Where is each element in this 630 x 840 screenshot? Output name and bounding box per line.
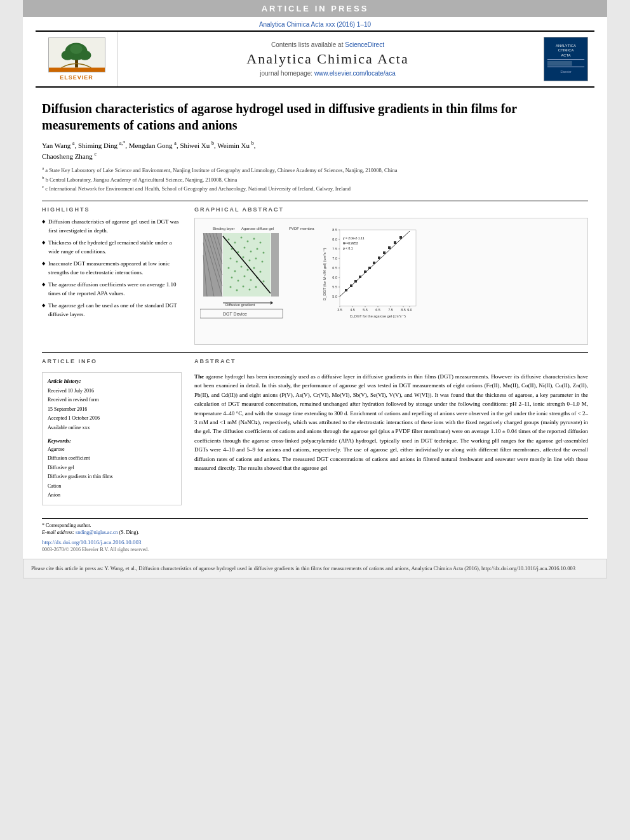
svg-text:7.5: 7.5 <box>332 247 337 251</box>
svg-point-43 <box>255 258 257 260</box>
elsevier-logo-area: ELSEVIER <box>36 32 118 86</box>
svg-point-52 <box>238 280 239 282</box>
svg-text:D_DGT (for M+/M gel) (cm²s⁻¹): D_DGT (for M+/M gel) (cm²s⁻¹) <box>323 248 326 301</box>
svg-rect-110 <box>378 257 380 259</box>
svg-point-36 <box>250 251 252 253</box>
article-history-title: Article history: <box>48 378 176 384</box>
svg-point-53 <box>244 276 246 277</box>
highlight-item: Thickness of the hydrated gel remained s… <box>42 239 182 256</box>
homepage-url[interactable]: www.elsevier.com/locate/aca <box>314 70 396 77</box>
section-divider <box>42 201 588 201</box>
svg-point-38 <box>263 252 265 254</box>
article-info-abstract-section: ARTICLE INFO Article history: Received 1… <box>42 358 588 505</box>
article-title: Diffusion characteristics of agarose hyd… <box>42 100 588 133</box>
svg-point-37 <box>257 248 258 250</box>
left-column: HIGHLIGHTS Diffusion characteristics of … <box>42 206 182 345</box>
science-direct-text: Contents lists available at ScienceDirec… <box>271 41 384 48</box>
svg-rect-104 <box>350 284 352 287</box>
highlights-list: Diffusion characteristics of agarose gel… <box>42 218 182 319</box>
svg-text:Binding layer: Binding layer <box>213 227 235 230</box>
svg-text:3.5: 3.5 <box>337 308 342 312</box>
svg-text:5.5: 5.5 <box>332 285 337 289</box>
svg-text:5.0: 5.0 <box>332 295 337 298</box>
svg-point-58 <box>236 290 238 291</box>
journal-citation: Analytica Chimica Acta xxx (2016) 1–10 <box>23 17 607 30</box>
svg-text:ANALYTICA: ANALYTICA <box>556 44 576 48</box>
svg-rect-108 <box>368 267 371 269</box>
svg-point-48 <box>247 269 249 271</box>
right-column: GRAPHICAL ABSTRACT Binding layer Agarose… <box>194 206 588 345</box>
svg-text:y = 2.0e-2·1.11: y = 2.0e-2·1.11 <box>343 236 365 240</box>
svg-point-57 <box>230 286 232 288</box>
svg-rect-112 <box>388 246 391 249</box>
footnote-area: * Corresponding author. E-mail address: … <box>42 518 588 552</box>
svg-point-35 <box>244 247 246 249</box>
svg-text:6.5: 6.5 <box>332 266 337 270</box>
journal-header: ELSEVIER Contents lists available at Sci… <box>36 30 594 88</box>
svg-point-59 <box>243 286 245 288</box>
elsevier-label: ELSEVIER <box>60 74 93 81</box>
svg-text:PVDF membrane: PVDF membrane <box>289 227 314 230</box>
svg-text:CHIMICA: CHIMICA <box>558 48 574 52</box>
article-info-box: Article history: Received 10 July 2016 R… <box>42 372 182 505</box>
abstract-section: The agarose hydrogel has been increasing… <box>194 372 588 472</box>
svg-point-44 <box>262 261 264 263</box>
two-column-section: HIGHLIGHTS Diffusion characteristics of … <box>42 206 588 345</box>
svg-point-46 <box>234 270 236 272</box>
abstract-heading: ABSTRACT <box>194 358 588 364</box>
svg-point-47 <box>241 266 243 268</box>
svg-point-49 <box>253 267 255 269</box>
svg-rect-106 <box>359 276 361 278</box>
abstract-text: The agarose hydrogel has been increasing… <box>194 372 588 472</box>
aca-logo-area: ANALYTICA CHIMICA ACTA Elsevier <box>537 32 594 86</box>
svg-point-45 <box>228 267 230 269</box>
abstract-column: ABSTRACT The agarose hydrogel has been i… <box>194 358 588 505</box>
svg-point-42 <box>249 260 251 262</box>
svg-point-5 <box>70 44 83 54</box>
svg-point-32 <box>260 242 262 244</box>
article-info-column: ARTICLE INFO Article history: Received 1… <box>42 358 182 505</box>
svg-point-39 <box>230 258 232 260</box>
svg-text:8.5: 8.5 <box>332 228 337 232</box>
svg-text:8.5: 8.5 <box>401 308 406 312</box>
svg-text:7.0: 7.0 <box>332 257 337 260</box>
journal-title: Analytica Chimica Acta <box>246 51 408 67</box>
email-line: E-mail address: snding@niglas.ac.cn (S. … <box>42 530 588 535</box>
graphical-abstract-box: Binding layer Agarose diffuse gel PVDF m… <box>194 218 588 345</box>
svg-point-28 <box>234 242 236 244</box>
highlight-item: The agarose diffusion coefficients were … <box>42 281 182 298</box>
svg-rect-6 <box>49 68 105 72</box>
article-content: Diffusion characteristics of agarose hyd… <box>23 100 607 552</box>
article-in-press-banner: ARTICLE IN PRESS <box>23 0 607 17</box>
svg-point-40 <box>236 261 238 263</box>
aca-logo: ANALYTICA CHIMICA ACTA Elsevier <box>544 37 588 81</box>
svg-point-41 <box>243 257 245 258</box>
copyright-line: 0003-2670/© 2016 Elsevier B.V. All right… <box>42 547 588 552</box>
svg-rect-113 <box>394 241 396 244</box>
keywords-title: Keywords: <box>48 437 176 444</box>
graphical-abstract-heading: GRAPHICAL ABSTRACT <box>194 206 588 213</box>
highlights-heading: HIGHLIGHTS <box>42 206 182 213</box>
author-email[interactable]: snding@niglas.ac.cn <box>76 530 117 535</box>
svg-rect-13 <box>547 67 584 67</box>
svg-text:Agarose diffuse gel: Agarose diffuse gel <box>241 227 274 230</box>
svg-text:6.5: 6.5 <box>375 308 380 312</box>
citation-box: Please cite this article in press as: Y.… <box>23 559 607 578</box>
doi-line[interactable]: http://dx.doi.org/10.1016/j.aca.2016.10.… <box>42 539 588 545</box>
keywords-list: Agarose Diffusion coefficient Diffusive … <box>48 445 176 500</box>
svg-text:ACTA: ACTA <box>561 53 570 57</box>
graphical-abstract-chart: D_DGT (for M+/M gel) (cm²s⁻¹) 8.5 8.0 7.… <box>321 223 582 320</box>
svg-rect-103 <box>345 289 347 291</box>
svg-rect-62 <box>271 233 279 297</box>
science-direct-link[interactable]: ScienceDirect <box>345 41 384 48</box>
svg-marker-65 <box>271 301 273 305</box>
svg-text:D_DGT for the agarose gel (cm²: D_DGT for the agarose gel (cm²s⁻¹) <box>350 314 406 318</box>
svg-text:DGT Device: DGT Device <box>223 312 247 316</box>
svg-point-29 <box>241 237 243 239</box>
corresponding-note: * Corresponding author. <box>42 523 588 528</box>
elsevier-tree-logo <box>48 37 105 72</box>
svg-text:6.0: 6.0 <box>332 276 337 279</box>
svg-rect-111 <box>383 251 385 254</box>
svg-text:Elsevier: Elsevier <box>560 70 572 74</box>
svg-text:p < 0.1: p < 0.1 <box>343 246 353 250</box>
